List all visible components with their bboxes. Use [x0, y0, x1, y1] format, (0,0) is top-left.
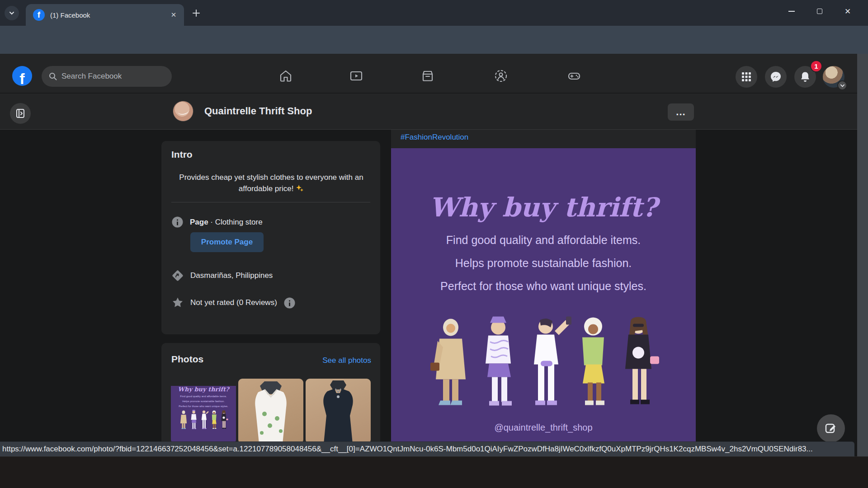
intro-divider	[171, 202, 370, 202]
apps-grid-icon	[741, 72, 751, 82]
sidebar-collapse-icon	[15, 108, 26, 119]
figure-black-dress-woman	[625, 317, 659, 404]
gaming-icon	[567, 69, 581, 83]
intro-bio: Provides cheap yet stylish clothes to ev…	[170, 172, 372, 194]
poster-title: Why buy thrift?	[391, 192, 696, 223]
page-category-text: Page · Clothing store	[190, 218, 263, 227]
status-url-text: https://www.facebook.com/photo/?fbid=122…	[2, 445, 813, 454]
page-category-bold: Page	[190, 218, 208, 226]
browser-tab-facebook[interactable]: f (1) Facebook ✕	[26, 4, 184, 26]
minimize-icon	[788, 11, 795, 12]
figure-selfie-woman	[534, 317, 571, 405]
nav-tab-gaming[interactable]	[561, 68, 588, 84]
figure-hijab-woman	[430, 319, 466, 405]
intro-heading: Intro	[171, 149, 193, 160]
new-tab-button[interactable]	[190, 7, 203, 19]
poster-line-2: Helps promote sustainable fashion.	[391, 257, 696, 270]
figure-beanie-woman	[486, 317, 512, 406]
window-close-button[interactable]: ✕	[834, 0, 862, 23]
poster-line-3: Perfect for those who want unique styles…	[391, 280, 696, 293]
rating-row: Not yet rated (0 Reviews)	[171, 296, 296, 309]
windows-taskbar	[0, 456, 868, 488]
page-category-row: Page · Clothing store	[171, 216, 263, 228]
apps-menu-button[interactable]	[736, 66, 757, 88]
page-title: Quaintrelle Thrift Shop	[204, 105, 312, 117]
home-icon	[279, 69, 292, 83]
mini-poster: Why buy thrift? Find good quality and af…	[171, 386, 236, 444]
promote-page-button[interactable]: Promote Page	[190, 232, 264, 252]
notification-count-badge: 1	[810, 60, 822, 72]
browser-toolbar: facebook.com/profile.php?id=615514536864…	[0, 26, 868, 54]
tab-close-button[interactable]: ✕	[169, 10, 179, 20]
window-minimize-button[interactable]	[778, 0, 806, 23]
maximize-icon	[817, 9, 822, 14]
post-image-poster[interactable]: Why buy thrift? Find good quality and af…	[391, 148, 696, 441]
dark-dress-photo	[306, 379, 371, 444]
messenger-button[interactable]	[765, 66, 787, 88]
page-more-button[interactable]: ...	[668, 103, 694, 121]
account-chevron-icon	[837, 80, 847, 90]
search-icon	[49, 72, 57, 80]
groups-icon	[494, 69, 508, 83]
notification-bell-icon	[799, 71, 811, 83]
tab-search-button[interactable]	[5, 6, 19, 20]
mini-figures-illustration	[176, 409, 231, 429]
mini-poster-title: Why buy thrift?	[171, 386, 236, 393]
compose-edit-button[interactable]	[817, 414, 845, 442]
nav-tab-watch[interactable]	[343, 68, 370, 84]
poster-handle: @quaintrelle_thrift_shop	[391, 422, 696, 433]
facebook-logo[interactable]: f	[12, 66, 32, 86]
nav-tab-home[interactable]	[272, 68, 299, 84]
page-category-rest: · Clothing store	[208, 218, 263, 226]
tab-title: (1) Facebook	[50, 11, 169, 19]
poster-figures-illustration	[417, 300, 670, 421]
messenger-icon	[770, 71, 782, 83]
rating-text: Not yet rated (0 Reviews)	[190, 298, 277, 307]
sidebar-toggle-button[interactable]	[10, 103, 31, 124]
photo-thumbnail-dark-dress[interactable]	[306, 379, 371, 444]
facebook-search-input[interactable]: Search Facebook	[42, 66, 172, 87]
photos-heading: Photos	[171, 354, 203, 365]
location-navigate-icon	[171, 269, 184, 282]
post-hashtag-link[interactable]: #FashionRevolution	[401, 133, 468, 142]
location-row: Dasmariñas, Philippines	[171, 269, 273, 282]
see-all-photos-link[interactable]: See all photos	[290, 356, 371, 365]
compose-pencil-icon	[825, 422, 837, 435]
plus-icon	[192, 9, 201, 18]
facebook-search-placeholder: Search Facebook	[61, 72, 122, 81]
watch-video-icon	[349, 69, 363, 83]
nav-tab-marketplace[interactable]	[414, 68, 441, 84]
location-text: Dasmariñas, Philippines	[190, 271, 273, 280]
page-title-bar	[0, 94, 857, 130]
facebook-favicon-icon: f	[33, 9, 45, 21]
screen: f (1) Facebook ✕ ✕ facebook.com/profile.…	[0, 0, 868, 488]
figure-green-jacket-woman	[582, 318, 604, 405]
nav-tab-groups[interactable]	[487, 68, 514, 84]
link-status-bar: https://www.facebook.com/photo/?fbid=122…	[0, 441, 854, 456]
page-avatar[interactable]	[173, 101, 193, 122]
marketplace-icon	[421, 69, 434, 83]
rating-info-icon[interactable]	[283, 297, 296, 309]
sparkles-emoji	[296, 184, 304, 192]
info-icon	[171, 216, 184, 228]
window-maximize-button[interactable]	[806, 0, 834, 23]
rating-star-icon	[171, 296, 184, 309]
white-top-photo	[238, 379, 303, 444]
photo-thumbnail-poster[interactable]: Why buy thrift? Find good quality and af…	[171, 379, 236, 444]
chevron-down-icon	[9, 10, 15, 16]
browser-tab-strip: f (1) Facebook ✕ ✕	[0, 0, 868, 26]
poster-line-1: Find good quality and affordable items.	[391, 234, 696, 247]
page-scrollbar[interactable]	[857, 54, 868, 456]
photo-thumbnail-white-top[interactable]	[238, 379, 303, 444]
